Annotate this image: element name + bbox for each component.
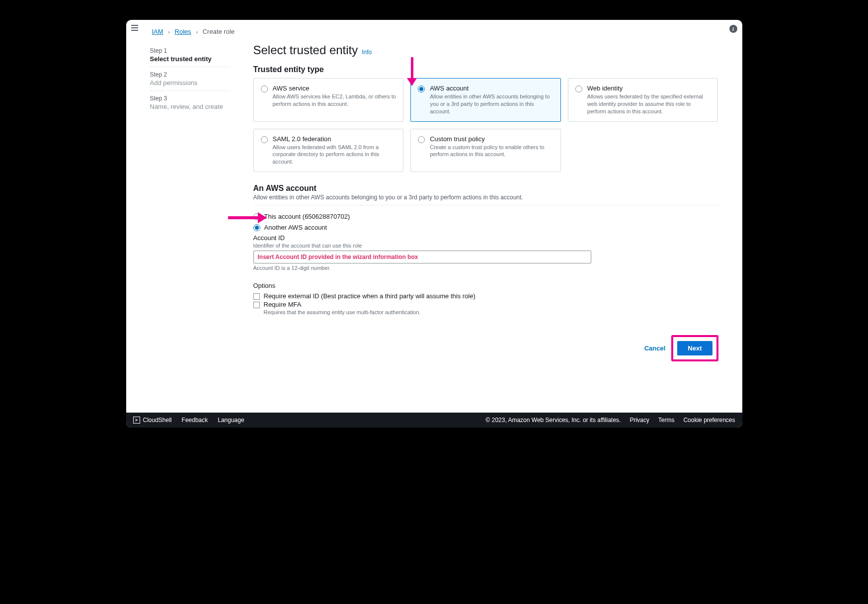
checkbox-icon [253, 302, 260, 308]
checkbox-require-mfa[interactable]: Require MFA [253, 301, 718, 308]
radio-icon [418, 86, 425, 92]
breadcrumb: IAM › Roles › Create role [150, 28, 718, 35]
radio-icon [261, 136, 268, 143]
aws-account-section-title: An AWS account [253, 184, 718, 193]
require-mfa-desc: Requires that the assuming entity use mu… [264, 309, 718, 315]
radio-another-account[interactable]: Another AWS account [253, 223, 718, 231]
checkbox-icon [253, 293, 260, 300]
radio-icon [575, 86, 582, 92]
option-saml[interactable]: SAML 2.0 federation Allow users federate… [253, 129, 404, 173]
chevron-right-icon: › [168, 29, 170, 35]
footer-actions: Cancel Next [253, 335, 718, 361]
info-link[interactable]: Info [362, 49, 372, 56]
info-icon[interactable]: i [729, 25, 737, 33]
wizard-sidebar: Step 1 Select trusted entity Step 2 Add … [150, 43, 230, 361]
next-button-highlight: Next [671, 335, 718, 361]
step-2: Step 2 Add permissions [150, 67, 230, 91]
breadcrumb-current: Create role [203, 28, 235, 35]
page-title: Select trusted entity Info [253, 43, 718, 57]
option-custom-trust[interactable]: Custom trust policy Create a custom trus… [410, 129, 561, 173]
copyright-text: © 2023, Amazon Web Services, Inc. or its… [486, 417, 621, 424]
account-id-subhint: Account ID is a 12-digit number. [253, 265, 718, 271]
radio-this-account[interactable]: This account (650628870702) [253, 212, 718, 220]
hamburger-icon[interactable] [131, 25, 138, 31]
options-title: Options [253, 282, 718, 289]
cloudshell-link[interactable]: > CloudShell [133, 417, 172, 424]
radio-icon [418, 136, 425, 143]
app-window: i IAM › Roles › Create role Step 1 Selec… [126, 20, 742, 428]
account-id-input[interactable]: Insert Account ID provided in the wizard… [253, 251, 591, 263]
aws-account-section-desc: Allow entities in other AWS accounts bel… [253, 194, 718, 201]
option-aws-service[interactable]: AWS service Allow AWS services like EC2,… [253, 78, 404, 122]
step-3: Step 3 Name, review, and create [150, 91, 230, 114]
cloudshell-icon: > [133, 417, 140, 424]
breadcrumb-iam[interactable]: IAM [152, 28, 163, 35]
cookie-link[interactable]: Cookie preferences [683, 417, 735, 424]
breadcrumb-roles[interactable]: Roles [175, 28, 191, 35]
account-id-hint: Identifier of the account that can use t… [253, 243, 718, 249]
next-button[interactable]: Next [677, 341, 712, 355]
terms-link[interactable]: Terms [658, 417, 675, 424]
radio-icon [253, 213, 260, 220]
option-aws-account[interactable]: AWS account Allow entities in other AWS … [410, 78, 561, 122]
option-web-identity[interactable]: Web identity Allows users federated by t… [568, 78, 718, 122]
feedback-link[interactable]: Feedback [182, 417, 208, 424]
step-1[interactable]: Step 1 Select trusted entity [150, 43, 230, 67]
trusted-entity-header: Trusted entity type [253, 65, 718, 74]
cancel-button[interactable]: Cancel [644, 345, 666, 352]
language-link[interactable]: Language [218, 417, 244, 424]
radio-icon [261, 86, 268, 92]
radio-icon [253, 224, 260, 231]
console-footer: > CloudShell Feedback Language © 2023, A… [126, 413, 742, 428]
account-id-label: Account ID [253, 234, 718, 242]
checkbox-require-external-id[interactable]: Require external ID (Best practice when … [253, 292, 718, 300]
chevron-right-icon: › [196, 29, 198, 35]
privacy-link[interactable]: Privacy [630, 417, 649, 424]
divider [253, 205, 718, 205]
main-content: Select trusted entity Info Trusted entit… [253, 43, 718, 361]
